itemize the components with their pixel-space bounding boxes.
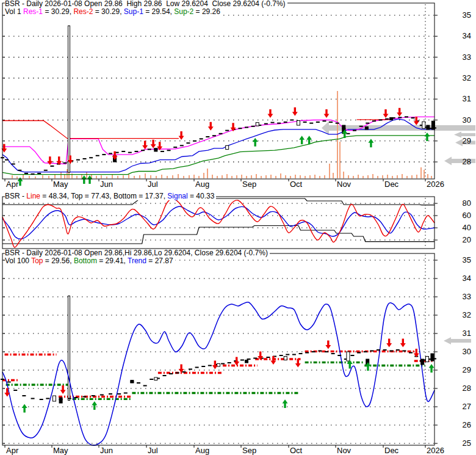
volume-bars: [12, 91, 432, 178]
x-axis-label: Jul: [148, 180, 158, 189]
legend-part: = 30.29,: [93, 7, 123, 16]
y-axis-label: 30: [453, 348, 471, 356]
x-axis-label: 2026: [427, 446, 444, 455]
legend-part: = 27.87: [146, 257, 173, 265]
sell-arrow-icon: [292, 107, 298, 116]
x-axis-label: Nov: [337, 180, 351, 189]
sell-arrow-icon: [60, 385, 66, 394]
y-axis-label: 30: [453, 116, 471, 125]
panel-frame: [2, 3, 438, 181]
buy-arrow-icon: [253, 138, 258, 147]
legend-part: Vol 1: [5, 7, 23, 16]
y-axis-label: 28: [453, 158, 471, 166]
legend-part: = 29.41,: [97, 257, 128, 265]
legend-part: Res-1: [23, 7, 43, 16]
buy-arrow-icon: [22, 404, 27, 413]
legend-part: = 30.29,: [43, 7, 73, 16]
y-axis-label: 33: [453, 293, 471, 301]
y-axis-label: 34: [453, 32, 471, 40]
legend-part: Res-2: [73, 7, 93, 16]
price-spike: [68, 296, 70, 401]
chart-root: BSR - Daily 2026-01-08 Open 29.86 High 2…: [0, 0, 476, 455]
legend-part: = 40.33: [188, 192, 215, 200]
plot-canvas[interactable]: [0, 0, 476, 455]
sell-arrow-icon: [383, 109, 388, 118]
x-axis-label: Dec: [384, 180, 398, 189]
y-axis-label: 60: [453, 211, 471, 220]
x-axis-label: Dec: [384, 446, 398, 455]
buy-arrow-icon: [306, 136, 312, 144]
y-axis-label: 80: [453, 199, 471, 208]
x-axis-label: Sep: [242, 446, 256, 455]
sell-arrow-icon: [179, 131, 184, 140]
x-axis-label: Sep: [242, 180, 256, 189]
legend-part: Trend: [128, 257, 146, 265]
legend-part: Top: [31, 257, 43, 265]
y-axis-label: 35: [453, 11, 471, 20]
signal-line: [2, 206, 435, 239]
sell-arrow-icon: [414, 349, 419, 357]
y-axis-label: 25: [453, 439, 471, 448]
x-axis-label: Oct: [290, 180, 302, 189]
top-band-segments: [2, 351, 432, 396]
sell-arrow-icon: [208, 122, 214, 131]
sell-arrow-icon: [397, 108, 402, 117]
legend-part: Bottom: [74, 257, 97, 265]
x-axis-label: Jul: [148, 446, 158, 455]
price-panel-legend: Vol 1 Res-1 = 30.29, Res-2 = 30.29, Sup-…: [5, 8, 222, 16]
legend-part: = 29.56,: [43, 257, 74, 265]
buy-arrow-icon: [299, 136, 305, 144]
x-axis-label: Apr: [6, 446, 18, 455]
x-axis-label: Aug: [195, 180, 209, 189]
sell-arrow-icon: [400, 339, 406, 348]
gray-price-markers: [444, 337, 471, 344]
legend-part: Sup-2: [174, 7, 193, 16]
buy-arrows: [22, 360, 435, 413]
sell-arrow-icon: [270, 356, 276, 365]
trend-panel-legend: Vol 100 Top = 29.56, Bottom = 29.41, Tre…: [5, 257, 175, 265]
legend-part: Signal: [167, 192, 187, 200]
buy-arrow-icon: [92, 401, 97, 410]
y-axis-label: 27: [453, 402, 471, 411]
legend-part: BSR -: [5, 192, 26, 200]
x-axis-label: Nov: [337, 446, 351, 455]
y-axis-label: 32: [453, 311, 471, 319]
panel-trend-daily: [1, 253, 471, 448]
panel-oscillator: [2, 197, 438, 249]
y-axis-label: 28: [453, 384, 471, 393]
y-axis-label: 32: [453, 74, 471, 82]
y-axis-label: 31: [453, 95, 471, 103]
oscillator-panel-title: BSR - Line = 48.34, Top = 77.43, Bottom …: [5, 192, 216, 200]
legend-part: Vol 100: [5, 257, 31, 265]
y-axis-label: 34: [453, 274, 471, 283]
y-axis-label: 33: [453, 53, 471, 62]
buy-arrow-icon: [424, 133, 430, 141]
legend-part: = 29.54,: [143, 7, 174, 16]
res-1-line: [2, 117, 435, 164]
y-axis-label: 20: [453, 236, 471, 244]
x-axis-label: May: [53, 446, 68, 455]
sell-arrow-icon: [47, 156, 52, 165]
legend-part: = 48.34, Top = 77.43, Bottom = 17.37,: [40, 192, 167, 200]
x-axis-label: Jun: [100, 446, 113, 455]
sell-arrow-icon: [142, 141, 148, 150]
gray-marker-arrow-icon: [444, 337, 471, 344]
panel-price-daily: [1, 3, 475, 186]
sell-arrow-icon: [325, 341, 331, 349]
x-axis-label: Oct: [290, 446, 302, 455]
y-axis-label: 26: [453, 421, 471, 429]
sell-arrow-icon: [386, 339, 392, 348]
price-spike: [68, 26, 70, 172]
sell-arrow-icon: [324, 109, 330, 118]
legend-part: = 29.26: [193, 7, 220, 16]
y-axis-label: 31: [453, 329, 471, 338]
y-axis-label: 35: [453, 256, 471, 264]
sell-arrows: [4, 339, 419, 397]
legend-part: Line: [26, 192, 40, 200]
x-axis-label: Jun: [100, 180, 113, 189]
y-axis-label: 29: [453, 366, 471, 374]
x-axis-label: Apr: [6, 180, 18, 189]
bottom-step-line: [2, 226, 435, 244]
y-axis-label: 40: [453, 224, 471, 232]
buy-arrow-icon: [429, 364, 435, 373]
